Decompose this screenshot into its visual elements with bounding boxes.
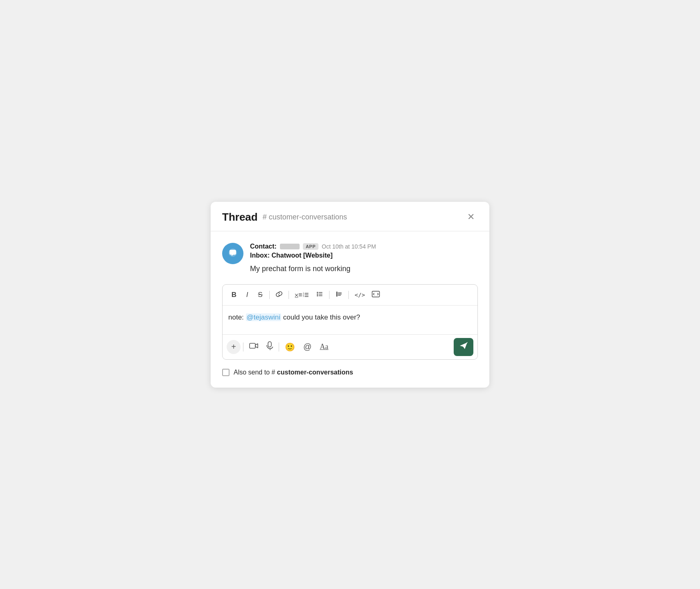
rich-text-button[interactable]: Aa <box>316 340 332 354</box>
microphone-icon <box>266 341 273 352</box>
panel-header: Thread # customer-conversations ✕ <box>211 202 489 231</box>
mention-button[interactable]: @ <box>300 340 315 354</box>
mention-tag: @tejaswini <box>246 313 281 321</box>
emoji-icon: 🙂 <box>285 342 295 352</box>
strikethrough-button[interactable]: S <box>255 289 266 301</box>
panel-title: Thread <box>222 211 258 224</box>
contact-name-redacted <box>280 244 300 249</box>
also-send-channel: customer-conversations <box>277 369 353 376</box>
plus-icon: + <box>231 342 236 352</box>
channel-name: # customer-conversations <box>263 213 347 221</box>
contact-label: Contact: <box>250 243 277 250</box>
close-icon: ✕ <box>467 212 475 222</box>
compose-box: B I S <box>222 284 478 360</box>
svg-text:3: 3 <box>303 295 304 297</box>
toolbar-divider-1 <box>269 291 270 299</box>
message-meta: Contact: APP Oct 10th at 10:54 PM <box>250 243 478 250</box>
send-button[interactable] <box>454 338 473 356</box>
inbox-label: Inbox: Chatwoot [Website] <box>250 252 478 259</box>
code-block-icon <box>372 290 380 299</box>
compose-footer: + <box>223 334 477 359</box>
compose-toolbar: B I S <box>223 285 477 306</box>
bullet-list-icon <box>316 290 323 299</box>
code-block-button[interactable] <box>369 289 382 301</box>
avatar-icon <box>227 247 239 260</box>
toolbar-divider-4 <box>348 291 349 299</box>
close-button[interactable]: ✕ <box>464 211 478 223</box>
ordered-list-icon: ⨱≡ <box>295 291 302 299</box>
bold-button[interactable]: B <box>228 289 240 301</box>
avatar <box>222 243 243 264</box>
audio-button[interactable] <box>263 339 276 355</box>
message-block: Contact: APP Oct 10th at 10:54 PM Inbox:… <box>222 243 478 274</box>
blockquote-icon <box>335 290 343 299</box>
also-send-checkbox[interactable] <box>222 369 230 376</box>
ordered-list-button[interactable]: ⨱≡ 1 2 3 <box>292 290 312 300</box>
blockquote-button[interactable] <box>333 289 345 301</box>
message-timestamp: Oct 10th at 10:54 PM <box>322 243 376 250</box>
add-attachment-button[interactable]: + <box>227 340 241 354</box>
video-button[interactable] <box>246 340 261 354</box>
compose-text-area[interactable]: note: @tejaswini could you take this ove… <box>223 306 477 334</box>
toolbar-divider-3 <box>329 291 330 299</box>
svg-point-10 <box>317 292 318 293</box>
svg-point-11 <box>317 293 318 294</box>
link-icon <box>275 290 283 299</box>
also-send-text: Also send to # customer-conversations <box>234 369 353 376</box>
italic-button[interactable]: I <box>241 289 253 301</box>
footer-divider-1 <box>243 342 243 352</box>
link-button[interactable] <box>273 289 285 301</box>
thread-panel: Thread # customer-conversations ✕ <box>211 202 489 388</box>
panel-body: Contact: APP Oct 10th at 10:54 PM Inbox:… <box>211 231 489 388</box>
header-left: Thread # customer-conversations <box>222 211 347 224</box>
emoji-button[interactable]: 🙂 <box>282 340 298 354</box>
app-badge: APP <box>303 243 318 250</box>
compose-text-before: note: <box>228 313 246 321</box>
svg-rect-18 <box>250 343 255 348</box>
code-button[interactable]: </> <box>352 290 367 300</box>
toolbar-divider-2 <box>289 291 289 299</box>
compose-text-after: could you take this over? <box>281 313 360 321</box>
video-icon <box>249 342 258 352</box>
message-content: Contact: APP Oct 10th at 10:54 PM Inbox:… <box>250 243 478 274</box>
code-icon: </> <box>355 292 365 298</box>
message-text: My prechat form is not working <box>250 263 478 274</box>
send-icon <box>459 342 468 352</box>
footer-divider-2 <box>279 342 279 352</box>
also-send-row: Also send to # customer-conversations <box>222 367 478 378</box>
at-icon: @ <box>303 342 311 352</box>
svg-rect-19 <box>268 342 271 347</box>
bullet-list-button[interactable] <box>314 289 326 301</box>
rich-text-icon: Aa <box>320 342 328 351</box>
svg-point-12 <box>317 295 318 296</box>
